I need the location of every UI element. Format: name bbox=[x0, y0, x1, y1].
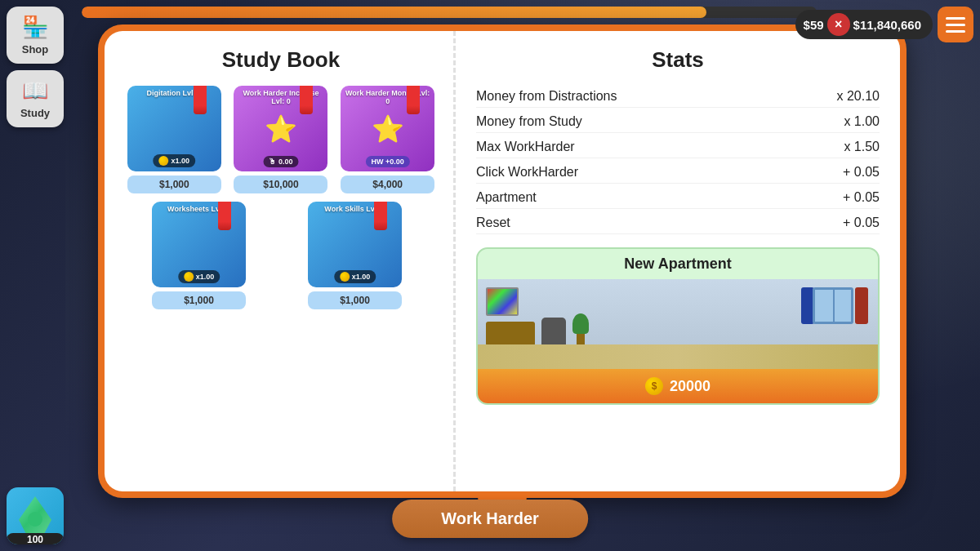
books-grid-top: Digitation Lvl: 0 x1.00 $1,000 Work Hard… bbox=[125, 86, 437, 193]
stats-title: Stats bbox=[476, 47, 880, 73]
shop-label: Shop bbox=[22, 43, 49, 56]
star-icon-1: ⭐ bbox=[265, 113, 297, 144]
coin-icon-1 bbox=[159, 156, 169, 166]
stat-row-reset: Reset + 0.05 bbox=[476, 212, 880, 234]
badge-text-5: x1.00 bbox=[352, 273, 371, 281]
book-item-worksheets[interactable]: Worksheets Lvl: 0 x1.00 $1,000 bbox=[125, 202, 273, 309]
stat-row-clickwork: Click WorkHarder + 0.05 bbox=[476, 162, 880, 184]
left-page: Study Book Digitation Lvl: 0 x1.00 $1,00… bbox=[105, 31, 456, 491]
menu-line-3 bbox=[946, 30, 965, 33]
avatar-container: 100 bbox=[7, 487, 64, 544]
bookmark-workmoney bbox=[407, 86, 420, 114]
stat-value-maxwork: x 1.50 bbox=[844, 140, 880, 154]
sidebar-shop-button[interactable]: 🏪 Shop bbox=[7, 7, 64, 64]
book-label-workmoney: Work Harder Money Lvl: 0 bbox=[341, 89, 434, 105]
book-container: Study Book Digitation Lvl: 0 x1.00 $1,00… bbox=[98, 24, 906, 498]
apartment-coin-icon: $ bbox=[645, 377, 663, 395]
badge-text-2: 🖱 0.00 bbox=[269, 158, 292, 166]
coin-badge-worksheets: x1.00 bbox=[178, 270, 220, 283]
price-btn-workincrease[interactable]: $10,000 bbox=[234, 176, 327, 193]
apt-plant bbox=[572, 309, 589, 346]
work-harder-button[interactable]: Work Harder bbox=[392, 500, 588, 538]
stat-value-study: x 1.00 bbox=[844, 114, 880, 129]
menu-button[interactable] bbox=[938, 7, 973, 42]
stat-row-study: Money from Study x 1.00 bbox=[476, 111, 880, 133]
shop-icon: 🏪 bbox=[22, 15, 48, 40]
stat-value-distractions: x 20.10 bbox=[837, 89, 880, 104]
price-btn-worksheets[interactable]: $1,000 bbox=[152, 291, 246, 309]
book-label-digitation: Digitation Lvl: 0 bbox=[127, 89, 221, 97]
apartment-buy-button[interactable]: $ 20000 bbox=[478, 369, 878, 403]
avatar-box: 100 bbox=[7, 487, 64, 544]
coin-badge-digitation: x1.00 bbox=[154, 154, 196, 167]
apt-furniture bbox=[486, 301, 870, 346]
badge-text-3: HW +0.00 bbox=[372, 158, 404, 166]
book-item-workskills[interactable]: Work Skills Lvl: 0 x1.00 $1,000 bbox=[281, 202, 429, 309]
book-card-digitation: Digitation Lvl: 0 x1.00 bbox=[127, 86, 221, 171]
right-page: Stats Money from Distractions x 20.10 Mo… bbox=[456, 31, 900, 491]
book-card-workmoney: Work Harder Money Lvl: 0 ⭐ HW +0.00 bbox=[341, 86, 434, 171]
stat-name-reset: Reset bbox=[476, 216, 510, 230]
coin-badge-workskills: x1.00 bbox=[334, 270, 376, 283]
star-icon-2: ⭐ bbox=[372, 113, 404, 144]
avatar-level: 100 bbox=[7, 533, 64, 544]
stat-value-reset: + 0.05 bbox=[843, 216, 880, 230]
book-item-digitation[interactable]: Digitation Lvl: 0 x1.00 $1,000 bbox=[125, 86, 224, 193]
coin-icon-5 bbox=[340, 272, 350, 282]
apartment-card: New Apartment $ 20000 bbox=[476, 247, 880, 405]
badge-text-1: x1.00 bbox=[172, 157, 190, 165]
study-icon: 📖 bbox=[22, 78, 48, 104]
menu-line-2 bbox=[946, 24, 965, 26]
stat-name-maxwork: Max WorkHarder bbox=[476, 140, 575, 154]
book-card-workincrease: Work Harder Increase Lvl: 0 ⭐ 🖱 0.00 bbox=[234, 86, 327, 171]
close-button[interactable]: × bbox=[827, 13, 850, 36]
book-item-workincrease[interactable]: Work Harder Increase Lvl: 0 ⭐ 🖱 0.00 $10… bbox=[232, 86, 331, 193]
stat-row-distractions: Money from Distractions x 20.10 bbox=[476, 86, 880, 108]
book-card-workskills: Work Skills Lvl: 0 x1.00 bbox=[308, 202, 402, 287]
apt-chair bbox=[541, 318, 566, 346]
balance-display: $59 × $11,840,660 bbox=[795, 10, 933, 39]
coin-badge-workmoney: HW +0.00 bbox=[366, 156, 410, 167]
book-label-worksheets: Worksheets Lvl: 0 bbox=[152, 205, 246, 213]
stat-name-apartment: Apartment bbox=[476, 190, 537, 205]
price-btn-workskills[interactable]: $1,000 bbox=[308, 291, 402, 309]
price-btn-workmoney[interactable]: $4,000 bbox=[341, 176, 434, 193]
apt-desk bbox=[486, 322, 535, 346]
stat-value-clickwork: + 0.05 bbox=[843, 165, 880, 180]
stat-name-clickwork: Click WorkHarder bbox=[476, 165, 578, 180]
book-label-workincrease: Work Harder Increase Lvl: 0 bbox=[234, 89, 327, 105]
stat-name-study: Money from Study bbox=[476, 114, 582, 129]
menu-line-1 bbox=[946, 17, 965, 20]
coin-icon-4 bbox=[184, 272, 194, 282]
book-card-worksheets: Worksheets Lvl: 0 x1.00 bbox=[152, 202, 246, 287]
price-btn-digitation[interactable]: $1,000 bbox=[127, 176, 221, 193]
balance-short: $59 bbox=[804, 18, 824, 32]
stats-list: Money from Distractions x 20.10 Money fr… bbox=[476, 86, 880, 234]
book-label-workskills: Work Skills Lvl: 0 bbox=[308, 205, 402, 213]
books-grid-bottom: Worksheets Lvl: 0 x1.00 $1,000 Work Skil… bbox=[125, 202, 437, 309]
coin-badge-workincrease: 🖱 0.00 bbox=[263, 156, 298, 167]
stat-name-distractions: Money from Distractions bbox=[476, 89, 617, 104]
avatar-droplet bbox=[19, 496, 51, 535]
book-item-workmoney[interactable]: Work Harder Money Lvl: 0 ⭐ HW +0.00 $4,0… bbox=[338, 86, 437, 193]
apartment-price: 20000 bbox=[670, 378, 710, 395]
bookmark-worksheets bbox=[218, 202, 231, 230]
apartment-title: New Apartment bbox=[478, 249, 878, 279]
top-bar: $59 × $11,840,660 bbox=[795, 7, 973, 42]
sidebar: 🏪 Shop 📖 Study bbox=[7, 7, 64, 127]
stat-row-apartment: Apartment + 0.05 bbox=[476, 187, 880, 209]
bookmark-digitation bbox=[194, 86, 207, 114]
badge-text-4: x1.00 bbox=[196, 273, 215, 281]
book-inner: Study Book Digitation Lvl: 0 x1.00 $1,00… bbox=[105, 31, 900, 491]
bookmark-workskills bbox=[374, 202, 387, 230]
sidebar-study-button[interactable]: 📖 Study bbox=[7, 70, 64, 127]
stat-row-maxwork: Max WorkHarder x 1.50 bbox=[476, 136, 880, 158]
apt-floor bbox=[478, 344, 878, 369]
balance-full: $11,840,660 bbox=[853, 18, 921, 32]
apartment-image bbox=[478, 279, 878, 369]
bookmark-workincrease bbox=[300, 86, 313, 114]
progress-bar-container bbox=[82, 7, 817, 18]
stat-value-apartment: + 0.05 bbox=[843, 190, 880, 205]
study-label: Study bbox=[20, 107, 50, 119]
study-book-title: Study Book bbox=[125, 47, 437, 73]
